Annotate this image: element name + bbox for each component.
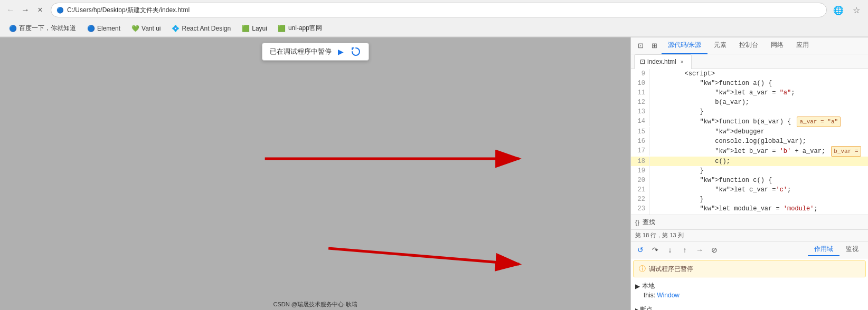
- scope-section: ▶ 本地 this: Window: [631, 279, 868, 302]
- devtools-tab-elements[interactable]: 元素: [707, 37, 733, 54]
- scope-tab-scope[interactable]: 作用域: [808, 244, 839, 256]
- code-line: 10 "kw">function a() {: [631, 79, 868, 88]
- file-tab-bar: ⊡ index.html ×: [631, 54, 868, 69]
- debug-resume-button[interactable]: ▶: [336, 46, 346, 57]
- file-tab-close-button[interactable]: ×: [678, 58, 686, 65]
- code-line: 14 "kw">function b(a_var) { a_var = "a": [631, 117, 868, 127]
- line-number: 15: [631, 127, 650, 137]
- find-bar: {} 查找: [631, 215, 868, 229]
- line-number: 16: [631, 137, 650, 146]
- code-line: 13 }: [631, 107, 868, 117]
- address-text: C:/Users/hp/Desktop/新建文件夹/index.html: [67, 6, 821, 15]
- step-into-button[interactable]: ↓: [664, 244, 676, 256]
- bookmark-layui[interactable]: 🟩Layui: [237, 23, 271, 34]
- devtools-inspect-button[interactable]: ⊞: [648, 40, 661, 52]
- devtools-dock-button[interactable]: ⊡: [634, 40, 647, 52]
- scope-header[interactable]: ▶ 本地: [635, 282, 864, 290]
- bookmark-label-vant: Vant ui: [141, 25, 161, 32]
- lock-icon: 🔵: [56, 7, 64, 14]
- bookmark-label-layui: Layui: [252, 25, 267, 32]
- line-number: 19: [631, 166, 650, 176]
- code-line: 11 "kw">let a_var = "a";: [631, 88, 868, 98]
- nav-bar: ← → × 🔵 C:/Users/hp/Desktop/新建文件夹/index.…: [0, 0, 868, 20]
- scope-triangle: ▶: [635, 283, 640, 290]
- line-content: "kw">let a_var = "a";: [654, 88, 795, 98]
- arrow-overlay: [0, 37, 630, 310]
- address-bar[interactable]: 🔵 C:/Users/hp/Desktop/新建文件夹/index.html: [51, 3, 827, 17]
- file-tab-name: index.html: [647, 58, 676, 65]
- line-content: "kw">function a() {: [654, 79, 772, 88]
- line-number: 14: [631, 117, 650, 126]
- line-number: 21: [631, 185, 650, 195]
- bookmark-icon-uniapp: 🟩: [278, 24, 286, 33]
- devtools-topbar: ⊡ ⊞ 源代码/来源元素控制台网络应用: [631, 37, 868, 54]
- debug-banner-text: 已在调试程序中暂停: [270, 47, 332, 56]
- close-button[interactable]: ×: [34, 4, 46, 16]
- devtools-tab-sources[interactable]: 源代码/来源: [662, 37, 707, 54]
- page-area: 已在调试程序中暂停 ▶ CSDN @瑞晟技术服务中心-耿瑞: [0, 37, 630, 310]
- line-number: 18: [631, 157, 650, 166]
- breakpoints-header: ▸ 断点: [635, 304, 864, 310]
- code-line: 17 "kw">let b_var = 'b' + a_var; b_var =: [631, 146, 868, 157]
- code-line: 20 "kw">function c() {: [631, 176, 868, 185]
- bookmarks-bar: 🔵百度一下，你就知道🔵Element💚Vant ui💠React Ant Des…: [0, 20, 868, 37]
- scope-tab-watch[interactable]: 监视: [839, 244, 865, 256]
- breakpoints-section: ▸ 断点: [631, 302, 868, 310]
- svg-line-2: [328, 248, 519, 264]
- code-line: 15 "kw">debugger: [631, 127, 868, 137]
- bookmark-react-ant[interactable]: 💠React Ant Design: [167, 23, 235, 34]
- bookmark-icon-layui: 🟩: [241, 24, 250, 33]
- step-button[interactable]: →: [693, 244, 706, 256]
- step-over-button[interactable]: ↷: [649, 244, 662, 256]
- find-label: 查找: [643, 218, 655, 227]
- deactivate-breakpoints-button[interactable]: ⊘: [708, 244, 721, 256]
- line-content: "kw">function b(a_var) { a_var = "a": [654, 117, 841, 127]
- line-content: "kw">let c_var ='c';: [654, 185, 791, 195]
- code-line: 9 <script>: [631, 69, 868, 79]
- file-tab-icon: ⊡: [640, 58, 645, 65]
- code-line: 21 "kw">let c_var ='c';: [631, 185, 868, 195]
- devtools-tab-application[interactable]: 应用: [790, 37, 815, 54]
- status-bar: 第 18 行，第 13 列: [631, 229, 868, 241]
- line-number: 13: [631, 107, 650, 117]
- file-tab[interactable]: ⊡ index.html ×: [634, 54, 692, 69]
- main-area: 已在调试程序中暂停 ▶ CSDN @瑞晟技术服务中心-耿瑞: [0, 37, 868, 310]
- bookmark-element[interactable]: 🔵Element: [82, 23, 125, 34]
- find-icon: {}: [635, 219, 639, 226]
- line-content: <script>: [654, 69, 715, 79]
- bookmark-uniapp[interactable]: 🟩uni-app官网: [273, 23, 326, 34]
- browser-actions: 🌐 ☆: [831, 3, 864, 17]
- code-line: 18 c();: [631, 157, 868, 166]
- line-content: }: [654, 195, 704, 204]
- bottom-panel: ⓘ 调试程序已暂停 ▶ 本地 this: Window ▸ 断点: [631, 258, 868, 310]
- line-content: }: [654, 107, 704, 117]
- bookmark-vant[interactable]: 💚Vant ui: [127, 23, 165, 34]
- code-line: 16 console.log(global_var);: [631, 137, 868, 146]
- devtools-tab-network[interactable]: 网络: [765, 37, 790, 54]
- line-content: "kw">debugger: [654, 127, 765, 137]
- devtools-panel: ⊡ ⊞ 源代码/来源元素控制台网络应用 ⊡ index.html × 9 <sc…: [630, 37, 868, 310]
- scope-label: 本地: [642, 282, 655, 290]
- devtools-tab-console[interactable]: 控制台: [733, 37, 765, 54]
- line-number: 20: [631, 176, 650, 185]
- translate-button[interactable]: 🌐: [831, 3, 846, 17]
- line-number: 22: [631, 195, 650, 204]
- debug-controls-bar: ↺ ↷ ↓ ↑ → ⊘ 作用域监视: [631, 241, 868, 258]
- code-area[interactable]: 9 <script>10 "kw">function a() {11 "kw">…: [631, 69, 868, 215]
- scope-val-this: Window: [657, 292, 680, 299]
- debug-step-button[interactable]: [351, 46, 361, 57]
- code-line: 22 }: [631, 195, 868, 204]
- line-number: 12: [631, 98, 650, 107]
- line-content: b(a_var);: [654, 98, 749, 107]
- devtools-tabs: 源代码/来源元素控制台网络应用: [662, 37, 865, 54]
- bookmark-baidu[interactable]: 🔵百度一下，你就知道: [4, 23, 80, 34]
- back-button[interactable]: ←: [4, 4, 17, 16]
- debug-banner: 已在调试程序中暂停 ▶: [262, 43, 369, 61]
- resume-button[interactable]: ↺: [634, 244, 647, 256]
- star-button[interactable]: ☆: [849, 3, 864, 17]
- csdn-footer: CSDN @瑞晟技术服务中心-耿瑞: [273, 301, 357, 308]
- var-tooltip: b_var =: [831, 146, 861, 157]
- nav-buttons: ← → ×: [4, 4, 46, 16]
- forward-button[interactable]: →: [19, 4, 32, 16]
- step-out-button[interactable]: ↑: [678, 244, 691, 256]
